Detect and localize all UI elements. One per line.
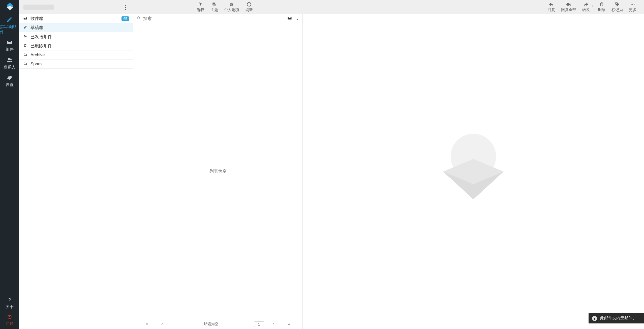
svg-point-16: [137, 17, 140, 19]
power-icon: [7, 314, 12, 320]
nav-compose-label: 撰写新邮件: [0, 24, 19, 35]
folder-trash[interactable]: 已删除邮件: [19, 41, 133, 50]
nav-about-label: 关于: [6, 304, 14, 310]
trash-folder-icon: [23, 44, 27, 48]
folder-drafts[interactable]: 草稿箱: [19, 23, 133, 32]
folder-list: 收件箱 65 草稿箱 已发送邮件 已删除邮件: [19, 14, 133, 329]
folder-spam-label: Spam: [30, 62, 129, 67]
nav-contacts-label: 联系人: [4, 65, 16, 70]
folder-archive-label: Archive: [30, 52, 129, 58]
svg-point-9: [231, 3, 231, 4]
nav-logout-label: 注销: [6, 321, 14, 326]
sliders-icon: [229, 2, 234, 7]
search-icon: [137, 16, 141, 21]
svg-point-1: [8, 58, 10, 60]
nav-mail[interactable]: 邮件: [0, 37, 19, 55]
inbox-icon: [23, 16, 27, 21]
pager-page-input[interactable]: [254, 321, 264, 327]
svg-point-2: [10, 59, 12, 60]
tb-replyall[interactable]: 回复全部: [558, 0, 579, 14]
reply-all-icon: [566, 2, 571, 7]
pager: « ‹ 邮箱为空 › »: [133, 319, 302, 329]
toolbar-group-right: 回复 回复全部 转发 删除 标记为 更多: [544, 0, 644, 14]
tb-reply[interactable]: 回复: [544, 0, 558, 14]
app-logo: [0, 0, 19, 14]
message-list-body: 列表为空: [133, 23, 302, 319]
gear-icon: [7, 75, 12, 81]
compose-icon: [7, 16, 13, 23]
content-row: 收件箱 65 草稿箱 已发送邮件 已删除邮件: [19, 14, 644, 329]
empty-preview-illustration: [423, 121, 524, 222]
svg-point-14: [632, 4, 633, 5]
pager-prev[interactable]: ‹: [155, 321, 170, 327]
tb-mark[interactable]: 标记为: [608, 0, 626, 14]
tb-select[interactable]: 选择: [194, 0, 207, 14]
primary-nav: 撰写新邮件 邮件 联系人 设置 ? 关于 注销: [0, 0, 19, 329]
tb-forward-label: 转发: [582, 8, 590, 12]
nav-about[interactable]: ? 关于: [0, 295, 19, 312]
folder-spam[interactable]: Spam: [19, 60, 133, 69]
mail-icon: [7, 40, 12, 46]
tb-refresh[interactable]: 刷新: [242, 0, 256, 14]
tb-delete[interactable]: 删除: [595, 0, 608, 14]
account-menu-button[interactable]: ⋮: [122, 4, 129, 11]
folder-inbox[interactable]: 收件箱 65: [19, 14, 133, 23]
folder-icon: [23, 62, 27, 66]
search-input[interactable]: [143, 16, 285, 21]
nav-mail-label: 邮件: [6, 47, 14, 52]
preview-pane: [303, 14, 644, 329]
main-area: ⋮ 选择 主题 个人选项 刷新 回复: [19, 0, 644, 329]
more-icon: [630, 2, 635, 7]
account-header: ⋮: [19, 0, 133, 14]
svg-text:?: ?: [8, 297, 11, 302]
svg-point-11: [230, 5, 231, 6]
folder-inbox-badge: 65: [121, 16, 129, 21]
tb-options[interactable]: 个人选项: [221, 0, 242, 14]
folder-sent-label: 已发送邮件: [30, 34, 129, 40]
refresh-icon: [247, 2, 252, 7]
reply-icon: [549, 2, 554, 7]
empty-list-text: 列表为空: [209, 168, 227, 174]
tb-mark-label: 标记为: [611, 8, 623, 12]
tb-threads-label: 主题: [210, 8, 218, 12]
tb-replyall-label: 回复全部: [561, 8, 576, 12]
folder-sent[interactable]: 已发送邮件: [19, 32, 133, 41]
threads-icon: [212, 2, 217, 7]
toolbar-group-left: 选择 主题 个人选项 刷新: [133, 0, 256, 14]
contacts-icon: [7, 57, 13, 64]
search-options-toggle[interactable]: ⌄: [296, 17, 299, 21]
top-toolbar: ⋮ 选择 主题 个人选项 刷新 回复: [19, 0, 644, 14]
nav-settings[interactable]: 设置: [0, 73, 19, 90]
folder-icon: [23, 53, 27, 57]
tb-more[interactable]: 更多: [626, 0, 639, 14]
nav-contacts[interactable]: 联系人: [0, 55, 19, 73]
nav-compose[interactable]: 撰写新邮件: [0, 14, 19, 37]
pager-first[interactable]: «: [139, 321, 155, 327]
pager-status: 邮箱为空: [170, 322, 252, 326]
tb-delete-label: 删除: [598, 8, 605, 12]
tb-forward[interactable]: 转发: [579, 0, 595, 14]
search-scope-icon[interactable]: [287, 16, 292, 21]
help-icon: ?: [7, 297, 12, 304]
svg-point-13: [631, 4, 632, 5]
tb-more-label: 更多: [629, 8, 636, 12]
tb-refresh-label: 刷新: [245, 8, 253, 12]
svg-point-15: [634, 4, 634, 5]
forward-icon: [584, 2, 589, 7]
tag-icon: [615, 2, 620, 7]
pager-next[interactable]: ›: [266, 321, 281, 327]
folder-drafts-label: 草稿箱: [30, 25, 129, 31]
tb-reply-label: 回复: [547, 8, 555, 12]
nav-logout[interactable]: 注销: [0, 312, 19, 329]
info-icon: i: [592, 316, 597, 321]
search-bar: ⌄: [133, 14, 302, 23]
folder-inbox-label: 收件箱: [30, 16, 118, 21]
svg-point-12: [616, 3, 617, 4]
toast-notification: i 此邮件夹内无邮件。: [589, 313, 644, 323]
tb-threads[interactable]: 主题: [207, 0, 221, 14]
pencil-icon: [23, 25, 27, 30]
pager-last[interactable]: »: [281, 321, 296, 327]
nav-settings-label: 设置: [6, 82, 14, 88]
svg-line-17: [139, 18, 140, 19]
folder-archive[interactable]: Archive: [19, 50, 133, 60]
